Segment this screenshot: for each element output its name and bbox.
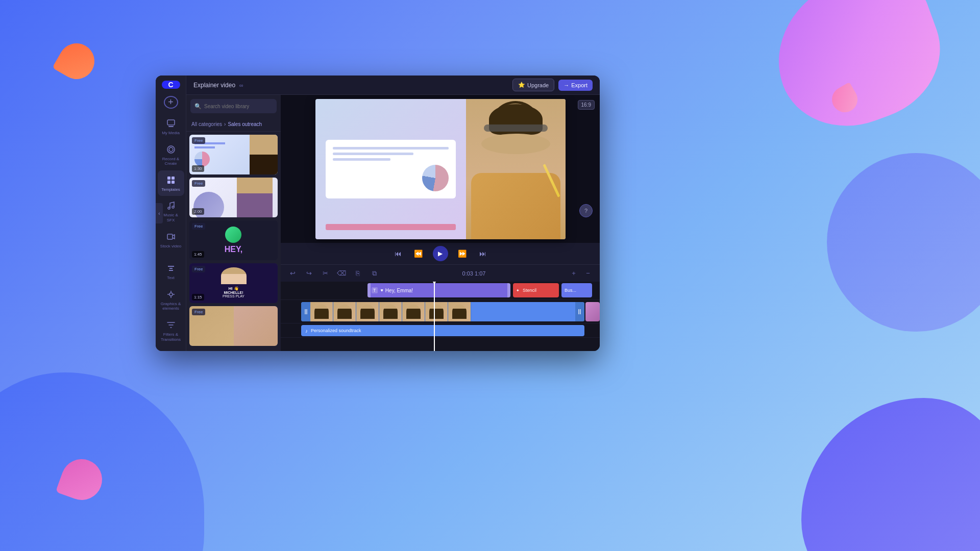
search-wrapper[interactable]: 🔍 [190, 99, 277, 113]
zoom-in-button[interactable]: + [568, 268, 579, 279]
text-track-right-handle[interactable] [507, 283, 510, 297]
breadcrumb-separator: › [224, 121, 226, 127]
copy-button[interactable]: ⎘ [352, 268, 363, 279]
templates-panel: 🔍 All categories › Sales outreach [186, 95, 281, 351]
template-duration-1: 1:30 [192, 165, 204, 172]
template-card-5[interactable]: Free [189, 306, 278, 346]
step-back-button[interactable]: ⏪ [412, 247, 425, 260]
search-input[interactable] [204, 104, 273, 109]
graphics-icon [165, 289, 177, 300]
templates-label: Templates [161, 187, 180, 192]
svg-rect-14 [306, 309, 307, 314]
video-track[interactable] [301, 302, 584, 321]
skip-back-button[interactable]: ⏮ [392, 247, 404, 260]
video-track-left-handle[interactable] [301, 302, 310, 321]
template-card-1[interactable]: Free 1:30 [189, 135, 278, 174]
svg-point-11 [169, 293, 173, 296]
template-duration-2: 2:00 [192, 208, 204, 215]
text-track[interactable]: T ♥ Hey, Emma! [368, 283, 510, 297]
search-area: 🔍 [186, 95, 281, 117]
undo-button[interactable]: ↩ [287, 268, 298, 279]
template-grid: Free 1:30 Free 2:00 [186, 132, 281, 351]
graphics-label: Graphics & elements [160, 302, 182, 311]
stock-video-icon [165, 231, 177, 242]
export-button[interactable]: → Export [558, 80, 593, 91]
svg-rect-5 [172, 177, 175, 180]
main-content: Explainer video ∞ ⭐ Upgrade → Export [186, 76, 600, 351]
video-thumb-3 [356, 302, 379, 321]
stencil-track[interactable]: ✦ Stencil [513, 283, 559, 297]
sidebar-item-stock-video[interactable]: Stock video [158, 227, 184, 253]
template-card-2[interactable]: Free 2:00 [189, 178, 278, 217]
free-badge-1: Free [192, 137, 205, 144]
video-thumb-strip [310, 302, 575, 321]
business-track[interactable]: Bus... [561, 283, 592, 297]
editor-title: Explainer video ∞ [193, 82, 243, 89]
business-label: Bus... [565, 288, 576, 293]
svg-rect-16 [580, 309, 581, 314]
right-area: 16:9 [281, 95, 600, 351]
add-button[interactable]: + [164, 96, 178, 109]
editor-top-bar: Explainer video ∞ ⭐ Upgrade → Export [186, 76, 600, 95]
arrow-right-icon: → [564, 82, 569, 88]
playhead[interactable] [434, 282, 435, 351]
breadcrumb: All categories › Sales outreach [186, 117, 281, 132]
video-thumb-5 [402, 302, 425, 321]
free-badge-3: Free [192, 223, 205, 230]
sidebar-item-text[interactable]: Text [158, 259, 184, 285]
breadcrumb-current: Sales outreach [228, 121, 262, 127]
export-label: Export [571, 82, 587, 88]
total-time: 1:07 [475, 270, 485, 277]
timeline-area: ↩ ↪ ✂ ⌫ ⎘ ⧉ 0:03 1:07 + − [281, 264, 600, 351]
sidebar-item-graphics[interactable]: Graphics & elements [158, 285, 184, 315]
sidebar-item-templates[interactable]: Templates [158, 170, 184, 196]
text-track-label: Hey, Emma! [385, 288, 413, 293]
sidebar-item-record[interactable]: Record & Create [158, 140, 184, 170]
extra-clip[interactable] [585, 302, 600, 321]
record-label: Record & Create [160, 157, 182, 166]
music-icon [165, 200, 177, 211]
text-track-icon: T [372, 287, 378, 293]
skip-forward-button[interactable]: ⏭ [477, 247, 489, 260]
sidebar-item-my-media[interactable]: My Media [158, 114, 184, 140]
play-button[interactable]: ▶ [433, 246, 448, 261]
music-label: Music & SFX [160, 213, 182, 222]
svg-rect-7 [172, 181, 175, 184]
template-card-3[interactable]: HEY, Free 1:45 [189, 220, 278, 260]
sidebar-item-filters[interactable]: Filters & Transitions [158, 315, 184, 346]
breadcrumb-all[interactable]: All categories [191, 121, 222, 127]
text-track-left-handle[interactable] [368, 283, 371, 297]
audio-track[interactable]: ♪ Personalized soundtrack [301, 325, 584, 336]
template-card-4[interactable]: HI 👋 MICHELLE! PRESS PLAY Free 1:15 [189, 263, 278, 303]
svg-rect-1 [168, 126, 174, 127]
zoom-out-button[interactable]: − [582, 268, 594, 279]
audio-note-icon: ♪ [305, 328, 308, 334]
free-badge-5: Free [192, 309, 205, 315]
video-track-right-handle[interactable] [575, 302, 584, 321]
svg-point-2 [169, 147, 173, 152]
template-duration-4: 1:15 [192, 294, 204, 300]
upgrade-label: Upgrade [527, 82, 549, 88]
step-forward-button[interactable]: ⏩ [456, 247, 469, 260]
paste-button[interactable]: ⧉ [369, 268, 380, 279]
stencil-icon: ✦ [516, 288, 520, 293]
stencil-label: Stencil [523, 288, 536, 293]
heart-icon: ♥ [381, 288, 383, 293]
video-preview: 16:9 [281, 95, 600, 243]
svg-rect-10 [167, 234, 173, 239]
upgrade-button[interactable]: ⭐ Upgrade [512, 79, 554, 91]
text-label: Text [167, 276, 175, 281]
video-title: Explainer video [193, 82, 235, 89]
help-button[interactable]: ? [579, 204, 593, 217]
delete-button[interactable]: ⌫ [336, 268, 347, 279]
redo-button[interactable]: ↪ [303, 268, 314, 279]
editor-actions: ⭐ Upgrade → Export [512, 79, 593, 91]
audio-track-row: ♪ Personalized soundtrack [281, 323, 600, 338]
svg-rect-13 [305, 309, 306, 314]
logo-text: C [168, 81, 173, 89]
svg-rect-6 [167, 181, 170, 184]
current-time: 0:03 [462, 270, 473, 277]
scissors-button[interactable]: ✂ [320, 268, 331, 279]
templates-icon [165, 174, 177, 186]
svg-point-3 [167, 146, 175, 153]
